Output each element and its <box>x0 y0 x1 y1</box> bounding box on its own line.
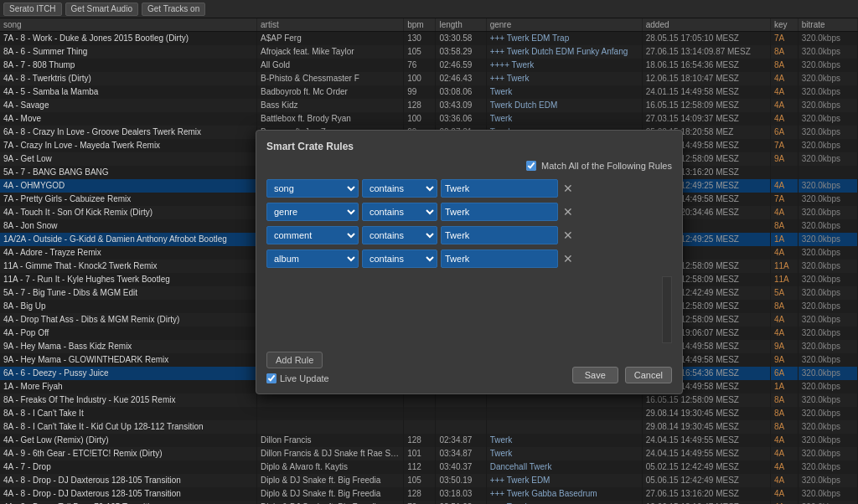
table-row[interactable]: 4A - 8 - Twerktris (Dirty)B-Phisto & Che… <box>0 72 858 85</box>
cell-key: 8A <box>770 300 798 313</box>
cell-bpm: 100 <box>404 112 436 126</box>
table-row[interactable]: 4A - 8 - Drop - DJ Daxterous 128-105 Tra… <box>0 474 858 487</box>
rule-operator-select-0[interactable]: contains <box>362 179 437 198</box>
table-row[interactable]: 4A - Get Low (Remix) (Dirty)Dillon Franc… <box>0 434 858 447</box>
cell-key: 9A <box>770 353 798 367</box>
cell-song: 7A - Crazy In Love - Mayeda Twerk Remix <box>0 139 257 152</box>
cell-bpm <box>404 393 436 407</box>
cell-artist: All Gold <box>257 59 404 72</box>
rule-value-input-1[interactable] <box>441 203 558 221</box>
cell-song: 11A - Gimme That - Knock2 Twerk Remix <box>0 260 257 273</box>
rule-operator-select-1[interactable]: contains <box>362 203 437 221</box>
table-row[interactable]: 4A - 8 - Drop - Tall Boys 70-105 Transit… <box>0 501 858 505</box>
cell-artist <box>257 420 404 434</box>
cell-song: 4A - 8 - Drop - DJ Daxterous 128-105 Tra… <box>0 474 257 487</box>
cell-song: 4A - Touch It - Son Of Kick Remix (Dirty… <box>0 206 257 219</box>
col-header-artist[interactable]: artist <box>257 18 404 32</box>
cell-bitrate: 320.0kbps <box>798 179 857 193</box>
cell-song: 4A - Get Low (Remix) (Dirty) <box>0 434 257 447</box>
table-row[interactable]: 8A - 7 - 808 ThumpAll Gold7602:46.59++++… <box>0 59 858 72</box>
cell-bitrate: 320.0kbps <box>798 246 857 260</box>
cell-song: 1A - More Fiyah <box>0 380 257 393</box>
modal-footer: Add Rule Live Update Save Cancel <box>266 352 672 383</box>
cell-genre: Twerk <box>486 85 642 99</box>
cell-genre <box>486 420 642 434</box>
rule-operator-select-2[interactable]: contains <box>362 226 437 244</box>
cell-artist: A$AP Ferg <box>257 32 404 45</box>
col-header-length[interactable]: length <box>436 18 486 32</box>
rule-remove-button-2[interactable]: ✕ <box>561 229 575 241</box>
rule-remove-button-3[interactable]: ✕ <box>561 253 575 265</box>
table-row[interactable]: 8A - 6 - Summer ThingAfrojack feat. Mike… <box>0 45 858 59</box>
table-row[interactable]: 4A - SavageBass Kidz12803:43.09Twerk Dut… <box>0 99 858 112</box>
cell-bitrate: 320.0kbps <box>798 72 857 85</box>
rule-value-input-0[interactable] <box>441 179 558 198</box>
cell-bitrate: 320.0kbps <box>798 45 857 59</box>
cell-song: 5A - 7 - BANG BANG BANG <box>0 166 257 179</box>
cell-artist: B-Phisto & Chessmaster F <box>257 72 404 85</box>
get-tracks-btn[interactable]: Get Tracks on <box>142 3 205 16</box>
cell-bitrate: 320.0kbps <box>798 474 857 487</box>
rule-operator-select-3[interactable]: contains <box>362 249 437 268</box>
table-row[interactable]: 4A - 5 - Samba la MambaBadboyrob ft. Mc … <box>0 85 858 99</box>
cell-genre: Twerk <box>486 434 642 447</box>
cell-length: 03:18.03 <box>436 487 486 501</box>
col-header-bitrate[interactable]: bitrate <box>798 18 857 32</box>
cell-bpm <box>404 407 436 420</box>
cell-bitrate: 320.0kbps <box>798 353 857 367</box>
live-update-checkbox[interactable] <box>266 373 277 383</box>
cell-key <box>770 166 798 179</box>
rule-value-input-3[interactable] <box>441 249 558 268</box>
cell-song: 11A - 7 - Run It - Kyle Hughes Twerk Boo… <box>0 273 257 286</box>
add-rule-button[interactable]: Add Rule <box>266 352 323 368</box>
table-row[interactable]: 4A - 7 - DropDiplo & Alvaro ft. Kaytis11… <box>0 460 858 474</box>
cell-key: 4A <box>770 460 798 474</box>
cell-artist <box>257 393 404 407</box>
col-header-key[interactable]: key <box>770 18 798 32</box>
get-smart-audio-btn[interactable]: Get Smart Audio <box>65 3 138 16</box>
rule-field-select-1[interactable]: genre <box>266 203 359 221</box>
rule-remove-button-1[interactable]: ✕ <box>561 206 575 218</box>
cell-bitrate: 320.0kbps <box>798 393 857 407</box>
rule-field-select-3[interactable]: album <box>266 249 359 268</box>
cell-length <box>436 407 486 420</box>
modal-scrollbar[interactable] <box>662 276 672 343</box>
col-header-genre[interactable]: genre <box>486 18 642 32</box>
modal-action-buttons: Save Cancel <box>572 367 672 383</box>
rule-field-select-2[interactable]: comment <box>266 226 359 244</box>
cell-key: 8A <box>770 45 798 59</box>
cell-artist: Diplo & DJ Snake ft. Big Freedia <box>257 487 404 501</box>
table-row[interactable]: 4A - MoveBattlebox ft. Brody Ryan10003:3… <box>0 112 858 126</box>
cell-bpm: 128 <box>404 99 436 112</box>
rule-value-input-2[interactable] <box>441 226 558 244</box>
table-row[interactable]: 8A - Freaks Of The Industry - Kue 2015 R… <box>0 393 858 407</box>
cell-length: 03:30.58 <box>436 32 486 45</box>
save-button[interactable]: Save <box>572 367 618 383</box>
rule-field-select-0[interactable]: song <box>266 179 359 198</box>
col-header-song[interactable]: song <box>0 18 257 32</box>
cell-added: 05.02.15 12:42:49 MESZ <box>642 460 770 474</box>
cell-key: 7A <box>770 32 798 45</box>
cell-length: 03:58.29 <box>436 45 486 59</box>
live-update-row: Live Update <box>266 373 329 383</box>
serato-itch-btn[interactable]: Serato ITCH <box>3 3 62 16</box>
table-row[interactable]: 4A - 9 - 6th Gear - ETC!ETC! Remix (Dirt… <box>0 447 858 460</box>
table-row[interactable]: 8A - 8 - I Can't Take It - Kid Cut Up 12… <box>0 420 858 434</box>
cell-song: 8A - 7 - 808 Thump <box>0 59 257 72</box>
modal-left-footer: Add Rule Live Update <box>266 352 329 383</box>
cancel-button[interactable]: Cancel <box>625 367 672 383</box>
rule-remove-button-0[interactable]: ✕ <box>561 183 575 194</box>
table-row[interactable]: 8A - 8 - I Can't Take It29.08.14 19:30:4… <box>0 407 858 420</box>
col-header-added[interactable]: added <box>642 18 770 32</box>
cell-key: 4A <box>770 434 798 447</box>
cell-bpm: 99 <box>404 85 436 99</box>
cell-song: 9A - Get Low <box>0 152 257 166</box>
col-header-bpm[interactable]: bpm <box>404 18 436 32</box>
match-all-checkbox[interactable] <box>526 161 536 171</box>
cell-genre: +++ Twerk Dutch EDM Funky Anfang <box>486 45 642 59</box>
table-row[interactable]: 4A - 8 - Drop - DJ Daxterous 128-105 Tra… <box>0 487 858 501</box>
table-row[interactable]: 7A - 8 - Work - Duke & Jones 2015 Bootle… <box>0 32 858 45</box>
smart-crate-modal: Smart Crate Rules Match All of the Follo… <box>256 130 683 394</box>
cell-artist: Dillon Francis <box>257 434 404 447</box>
cell-bitrate: 320.0kbps <box>798 193 857 206</box>
